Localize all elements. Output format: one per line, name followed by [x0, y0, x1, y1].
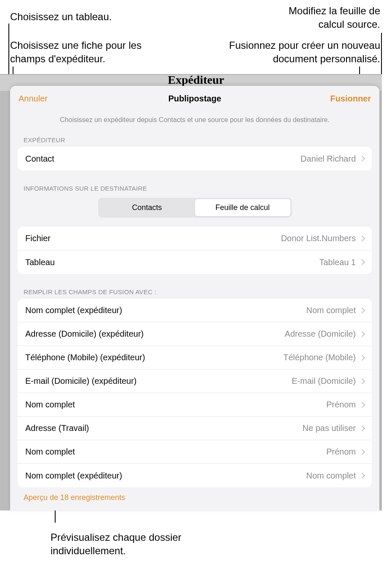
sheet-title: Publipostage [168, 94, 221, 104]
chevron-right-icon [359, 235, 365, 241]
callout-bottom: Prévisualisez chaque dossier individuell… [51, 531, 211, 558]
sheet-header: Annuler Publipostage Fusionner [10, 86, 379, 111]
field-value: E-mail (Domicile) [292, 376, 356, 386]
table-value: Tableau 1 [319, 258, 356, 267]
section-sender-label: EXPÉDITEUR [10, 131, 379, 147]
section-fields-label: REMPLIR LES CHAMPS DE FUSION AVEC : [10, 283, 379, 299]
field-label: Adresse (Travail) [25, 423, 302, 433]
merge-button[interactable]: Fusionner [330, 94, 371, 104]
segment-contacts[interactable]: Contacts [99, 199, 195, 216]
field-label: Nom complet [25, 400, 326, 409]
mail-merge-sheet: Annuler Publipostage Fusionner Choisisse… [10, 86, 379, 510]
callout-top-left: Choisissez un tableau. [10, 10, 112, 24]
field-value: Adresse (Domicile) [285, 329, 356, 339]
field-value: Nom complet [306, 306, 356, 315]
field-label: E-mail (Domicile) (expéditeur) [25, 376, 292, 386]
chevron-right-icon [359, 425, 365, 431]
segment-spreadsheet[interactable]: Feuille de calcul [195, 199, 291, 216]
field-label: Nom complet [25, 447, 326, 457]
background-edge [382, 74, 392, 510]
chevron-right-icon [359, 156, 365, 162]
sender-list: Contact Daniel Richard [18, 147, 372, 170]
field-value: Prénom [326, 400, 356, 409]
chevron-right-icon [359, 473, 365, 479]
preview-records-link[interactable]: Aperçu de 18 enregistrements [10, 487, 379, 502]
field-mapping-row[interactable]: E-mail (Domicile) (expéditeur)E-mail (Do… [18, 370, 372, 393]
field-mapping-row[interactable]: Téléphone (Mobile) (expéditeur)Téléphone… [18, 346, 372, 370]
chevron-right-icon [359, 259, 365, 265]
fields-list: Nom complet (expéditeur)Nom completAdres… [18, 299, 372, 487]
callout-mid-right: Fusionnez pour créer un nouveau document… [203, 39, 380, 66]
cancel-button[interactable]: Annuler [19, 94, 48, 104]
field-mapping-row[interactable]: Adresse (Domicile) (expéditeur)Adresse (… [18, 322, 372, 346]
file-value: Donor List.Numbers [281, 234, 356, 243]
chevron-right-icon [359, 449, 365, 455]
table-row[interactable]: Tableau Tableau 1 [18, 250, 372, 274]
chevron-right-icon [359, 307, 365, 313]
document-title: Expéditeur [168, 73, 224, 87]
field-label: Nom complet (expéditeur) [25, 471, 306, 481]
chevron-right-icon [359, 354, 365, 360]
field-mapping-row[interactable]: Nom completPrénom [18, 440, 372, 464]
field-mapping-row[interactable]: Nom completPrénom [18, 393, 372, 417]
chevron-right-icon [359, 401, 365, 407]
field-label: Téléphone (Mobile) (expéditeur) [25, 353, 283, 362]
spreadsheet-list: Fichier Donor List.Numbers Tableau Table… [18, 227, 372, 274]
sheet-subtitle: Choisissez un expéditeur depuis Contacts… [10, 111, 379, 131]
table-label: Tableau [25, 258, 319, 267]
field-label: Nom complet (expéditeur) [25, 306, 306, 315]
file-row[interactable]: Fichier Donor List.Numbers [18, 227, 372, 250]
section-recipient-label: INFORMATIONS SUR LE DESTINATAIRE [10, 180, 379, 195]
field-value: Téléphone (Mobile) [283, 353, 356, 362]
file-label: Fichier [25, 234, 281, 243]
field-label: Adresse (Domicile) (expéditeur) [25, 329, 285, 339]
contact-row[interactable]: Contact Daniel Richard [18, 147, 372, 170]
callout-line [55, 510, 56, 523]
contact-value: Daniel Richard [301, 154, 356, 164]
callout-top-right: Modifiez la feuille de calcul source. [279, 4, 380, 31]
contact-label: Contact [25, 154, 301, 164]
recipient-source-segmented[interactable]: Contacts Feuille de calcul [98, 198, 292, 218]
field-value: Nom complet [306, 471, 356, 481]
field-value: Ne pas utiliser [302, 423, 356, 433]
field-mapping-row[interactable]: Nom complet (expéditeur)Nom complet [18, 299, 372, 322]
chevron-right-icon [359, 378, 365, 384]
field-mapping-row[interactable]: Adresse (Travail)Ne pas utiliser [18, 417, 372, 440]
background-sliver [0, 91, 10, 510]
field-value: Prénom [326, 447, 356, 457]
callout-mid-left: Choisissez une fiche pour les champs d'e… [10, 39, 153, 66]
chevron-right-icon [359, 331, 365, 337]
field-mapping-row[interactable]: Nom complet (expéditeur)Nom complet [18, 464, 372, 487]
